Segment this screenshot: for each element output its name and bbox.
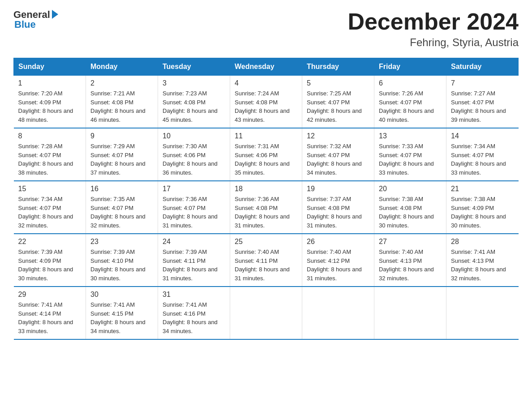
sunset-label: Sunset: 4:12 PM (307, 257, 350, 264)
daylight-label: Daylight: 8 hours and 32 minutes. (451, 266, 506, 282)
table-row: 1 Sunrise: 7:20 AM Sunset: 4:09 PM Dayli… (14, 76, 86, 128)
daylight-label: Daylight: 8 hours and 38 minutes. (18, 160, 73, 176)
sunrise-label: Sunrise: 7:33 AM (379, 143, 423, 150)
sunrise-label: Sunrise: 7:41 AM (451, 248, 495, 255)
col-wednesday: Wednesday (230, 58, 302, 76)
day-number: 10 (163, 132, 225, 140)
table-row: 15 Sunrise: 7:34 AM Sunset: 4:07 PM Dayl… (14, 181, 86, 234)
day-number: 20 (379, 185, 442, 193)
day-info: Sunrise: 7:40 AM Sunset: 4:13 PM Dayligh… (379, 248, 442, 283)
daylight-label: Daylight: 8 hours and 31 minutes. (307, 266, 362, 282)
day-number: 8 (18, 132, 82, 140)
sunrise-label: Sunrise: 7:36 AM (163, 196, 207, 202)
calendar-week-row: 8 Sunrise: 7:28 AM Sunset: 4:07 PM Dayli… (14, 128, 519, 181)
day-number: 1 (18, 79, 82, 87)
day-info: Sunrise: 7:38 AM Sunset: 4:09 PM Dayligh… (451, 195, 514, 230)
table-row: 31 Sunrise: 7:41 AM Sunset: 4:16 PM Dayl… (158, 287, 230, 339)
table-row: 20 Sunrise: 7:38 AM Sunset: 4:08 PM Dayl… (374, 181, 446, 234)
table-row: 30 Sunrise: 7:41 AM Sunset: 4:15 PM Dayl… (86, 287, 158, 339)
daylight-label: Daylight: 8 hours and 34 minutes. (163, 319, 218, 334)
logo: General Blue (13, 9, 58, 30)
daylight-label: Daylight: 8 hours and 48 minutes. (18, 107, 73, 123)
col-thursday: Thursday (302, 58, 374, 76)
day-info: Sunrise: 7:25 AM Sunset: 4:07 PM Dayligh… (307, 89, 369, 124)
sunrise-label: Sunrise: 7:29 AM (90, 143, 135, 150)
daylight-label: Daylight: 8 hours and 43 minutes. (235, 107, 290, 123)
calendar-week-row: 15 Sunrise: 7:34 AM Sunset: 4:07 PM Dayl… (14, 181, 519, 234)
sunset-label: Sunset: 4:13 PM (451, 257, 494, 264)
daylight-label: Daylight: 8 hours and 31 minutes. (307, 213, 362, 229)
table-row: 14 Sunrise: 7:34 AM Sunset: 4:07 PM Dayl… (446, 128, 519, 181)
day-number: 3 (163, 79, 225, 87)
day-number: 29 (18, 291, 82, 299)
table-row: 6 Sunrise: 7:26 AM Sunset: 4:07 PM Dayli… (374, 76, 446, 128)
sunset-label: Sunset: 4:07 PM (379, 152, 422, 158)
sunrise-label: Sunrise: 7:30 AM (163, 143, 207, 150)
sunset-label: Sunset: 4:10 PM (90, 257, 133, 264)
daylight-label: Daylight: 8 hours and 46 minutes. (90, 107, 146, 123)
col-monday: Monday (86, 58, 158, 76)
sunset-label: Sunset: 4:14 PM (18, 310, 61, 317)
day-info: Sunrise: 7:41 AM Sunset: 4:16 PM Dayligh… (163, 300, 225, 335)
day-number: 23 (90, 238, 153, 246)
day-number: 11 (235, 132, 297, 140)
sunset-label: Sunset: 4:08 PM (307, 205, 350, 211)
day-number: 17 (163, 185, 225, 193)
sunrise-label: Sunrise: 7:23 AM (163, 90, 207, 97)
day-number: 27 (379, 238, 442, 246)
day-info: Sunrise: 7:41 AM Sunset: 4:13 PM Dayligh… (451, 248, 514, 283)
sunrise-label: Sunrise: 7:40 AM (235, 248, 279, 255)
sunset-label: Sunset: 4:07 PM (163, 205, 206, 211)
day-info: Sunrise: 7:21 AM Sunset: 4:08 PM Dayligh… (90, 89, 153, 124)
day-number: 9 (90, 132, 153, 140)
day-number: 15 (18, 185, 82, 193)
day-info: Sunrise: 7:32 AM Sunset: 4:07 PM Dayligh… (307, 142, 369, 177)
table-row: 28 Sunrise: 7:41 AM Sunset: 4:13 PM Dayl… (446, 234, 519, 287)
daylight-label: Daylight: 8 hours and 45 minutes. (163, 107, 218, 123)
title-block: December 2024 Fehring, Styria, Austria (348, 9, 519, 49)
sunrise-label: Sunrise: 7:26 AM (379, 90, 423, 97)
day-info: Sunrise: 7:39 AM Sunset: 4:10 PM Dayligh… (90, 248, 153, 283)
daylight-label: Daylight: 8 hours and 36 minutes. (163, 160, 218, 176)
daylight-label: Daylight: 8 hours and 32 minutes. (379, 266, 434, 282)
day-number: 19 (307, 185, 369, 193)
day-info: Sunrise: 7:23 AM Sunset: 4:08 PM Dayligh… (163, 89, 225, 124)
day-info: Sunrise: 7:28 AM Sunset: 4:07 PM Dayligh… (18, 142, 82, 177)
col-sunday: Sunday (14, 58, 86, 76)
sunrise-label: Sunrise: 7:39 AM (90, 248, 135, 255)
day-info: Sunrise: 7:39 AM Sunset: 4:11 PM Dayligh… (163, 248, 225, 283)
daylight-label: Daylight: 8 hours and 30 minutes. (18, 266, 73, 282)
sunset-label: Sunset: 4:07 PM (451, 152, 494, 158)
daylight-label: Daylight: 8 hours and 39 minutes. (451, 107, 506, 123)
calendar-week-row: 22 Sunrise: 7:39 AM Sunset: 4:09 PM Dayl… (14, 234, 519, 287)
day-info: Sunrise: 7:41 AM Sunset: 4:14 PM Dayligh… (18, 300, 82, 335)
table-row: 25 Sunrise: 7:40 AM Sunset: 4:11 PM Dayl… (230, 234, 302, 287)
page-subtitle: Fehring, Styria, Austria (348, 36, 519, 49)
table-row: 23 Sunrise: 7:39 AM Sunset: 4:10 PM Dayl… (86, 234, 158, 287)
day-info: Sunrise: 7:26 AM Sunset: 4:07 PM Dayligh… (379, 89, 442, 124)
calendar-week-row: 29 Sunrise: 7:41 AM Sunset: 4:14 PM Dayl… (14, 287, 519, 339)
day-number: 28 (451, 238, 514, 246)
day-info: Sunrise: 7:40 AM Sunset: 4:11 PM Dayligh… (235, 248, 297, 283)
page-header: General Blue December 2024 Fehring, Styr… (13, 9, 519, 49)
day-number: 12 (307, 132, 369, 140)
day-info: Sunrise: 7:27 AM Sunset: 4:07 PM Dayligh… (451, 89, 514, 124)
day-info: Sunrise: 7:40 AM Sunset: 4:12 PM Dayligh… (307, 248, 369, 283)
day-number: 26 (307, 238, 369, 246)
table-row: 27 Sunrise: 7:40 AM Sunset: 4:13 PM Dayl… (374, 234, 446, 287)
sunrise-label: Sunrise: 7:41 AM (90, 301, 135, 308)
sunrise-label: Sunrise: 7:32 AM (307, 143, 351, 150)
table-row: 4 Sunrise: 7:24 AM Sunset: 4:08 PM Dayli… (230, 76, 302, 128)
col-saturday: Saturday (446, 58, 519, 76)
sunrise-label: Sunrise: 7:34 AM (18, 196, 63, 202)
day-number: 5 (307, 79, 369, 87)
sunset-label: Sunset: 4:08 PM (163, 99, 206, 106)
sunset-label: Sunset: 4:07 PM (379, 99, 422, 106)
day-number: 25 (235, 238, 297, 246)
table-row (374, 287, 446, 339)
daylight-label: Daylight: 8 hours and 30 minutes. (90, 266, 146, 282)
sunrise-label: Sunrise: 7:21 AM (90, 90, 135, 97)
day-info: Sunrise: 7:36 AM Sunset: 4:08 PM Dayligh… (235, 195, 297, 230)
daylight-label: Daylight: 8 hours and 30 minutes. (379, 213, 434, 229)
day-info: Sunrise: 7:36 AM Sunset: 4:07 PM Dayligh… (163, 195, 225, 230)
